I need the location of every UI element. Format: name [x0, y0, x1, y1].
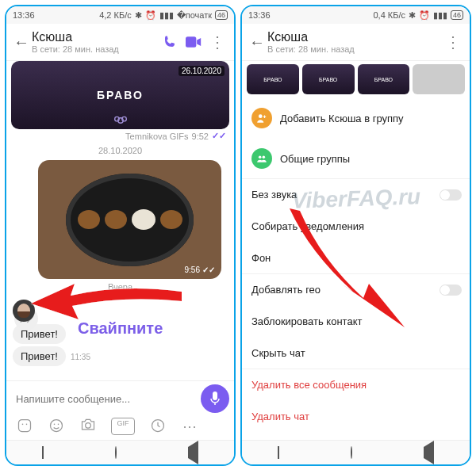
avatar[interactable] [13, 300, 35, 322]
svg-point-7 [26, 424, 28, 426]
mic-button[interactable] [201, 384, 229, 413]
status-net: 0,4 КБ/с [373, 10, 405, 20]
arrow-left-icon: ← [13, 33, 29, 52]
menu-common-groups[interactable]: Общие группы [242, 138, 470, 178]
nav-back[interactable] [188, 447, 198, 458]
read-ticks-icon: ✓✓ [202, 265, 215, 274]
emoji-icon [48, 418, 64, 434]
date-chip: Вчера [108, 282, 132, 292]
svg-point-15 [263, 156, 266, 159]
call-button[interactable] [158, 35, 182, 49]
triangle-icon [424, 441, 434, 464]
video-button[interactable] [182, 36, 205, 48]
square-icon [278, 446, 279, 459]
media-source: Temnikova GIFs [125, 132, 188, 141]
status-time: 13:36 [248, 10, 271, 20]
nav-back[interactable] [424, 447, 434, 458]
photo-message[interactable]: 9:56✓✓ [38, 160, 221, 279]
nav-recent[interactable] [278, 447, 279, 458]
circle-icon [351, 446, 352, 459]
menu-label: Добавлять гео [251, 284, 321, 296]
nav-recent[interactable] [42, 447, 44, 458]
signal-icon: ▮▮▮ [159, 10, 174, 21]
sticker-button[interactable] [16, 418, 33, 435]
phone-icon [163, 35, 177, 49]
last-seen: В сети: 28 мин. назад [32, 44, 158, 54]
shared-media[interactable]: 26.10.2020 БРАВО [11, 61, 229, 129]
header-titles[interactable]: Ксюша В сети: 28 мин. назад [267, 30, 441, 54]
signal-icon: ▮▮▮ [433, 10, 447, 21]
media-caption: Temnikova GIFs 9:52 ✓✓ [6, 129, 234, 143]
stage: 13:36 4,2 КБ/с ✱ ⏰ ▮▮▮ �початк 46 ← Ксюш… [0, 0, 476, 466]
camera-button[interactable] [79, 418, 97, 435]
emoji-button[interactable] [48, 418, 65, 435]
menu-delete-messages[interactable]: Удалить все сообщения [242, 369, 470, 400]
back-button[interactable]: ← [11, 33, 32, 52]
attach-toolbar: GIF ⋯ [6, 414, 234, 440]
input-bar [6, 380, 234, 414]
menu-collect-notif[interactable]: Собирать уведомления [242, 210, 470, 242]
menu-label: Фон [251, 252, 271, 264]
contact-menu: Добавить Ксюша в группу Общие группы Без… [242, 97, 470, 440]
menu-label: Без звука [251, 189, 297, 201]
media-date: 26.10.2020 [178, 66, 225, 76]
toggle[interactable] [440, 285, 462, 296]
message-input[interactable] [14, 392, 194, 406]
thumb[interactable] [413, 64, 465, 94]
chat-header: ← Ксюша В сети: 28 мин. назад ⋮ [6, 24, 234, 61]
camera-icon [80, 418, 96, 432]
thumb[interactable]: БРАВО [302, 64, 355, 94]
back-button[interactable]: ← [247, 33, 267, 52]
more-button[interactable]: ⋮ [205, 32, 229, 52]
android-nav [242, 440, 470, 464]
more-attach-button[interactable]: ⋯ [181, 418, 198, 435]
wifi-icon: �початк [177, 10, 212, 21]
contact-name: Ксюша [267, 30, 441, 44]
menu-label: Удалить все сообщения [251, 379, 367, 391]
svg-point-9 [54, 424, 56, 426]
menu-block-contact[interactable]: Заблокировать контакт [242, 305, 470, 337]
add-user-icon [251, 108, 272, 128]
media-title: БРАВО [97, 89, 144, 101]
phone-left: 13:36 4,2 КБ/с ✱ ⏰ ▮▮▮ �початк 46 ← Ксюш… [5, 5, 236, 466]
date-chip: 28.10.2020 [98, 146, 142, 155]
clock-icon [150, 418, 166, 434]
message-time: 11:35 [71, 353, 90, 361]
status-net: 4,2 КБ/с [99, 10, 132, 20]
svg-point-8 [51, 420, 63, 432]
read-ticks-icon: ✓✓ [212, 131, 226, 141]
status-bar: 13:36 0,4 КБ/с ✱ ⏰ ▮▮▮ 46 [242, 6, 470, 24]
menu-add-to-group[interactable]: Добавить Ксюша в группу [242, 97, 470, 138]
alarm-icon: ⏰ [419, 10, 430, 21]
svg-point-11 [86, 423, 91, 429]
menu-delete-chat[interactable]: Удалить чат [242, 400, 470, 432]
battery-badge: 46 [215, 10, 228, 20]
more-button[interactable]: ⋮ [441, 32, 465, 52]
nav-home[interactable] [351, 447, 352, 458]
menu-label: Собирать уведомления [251, 220, 364, 232]
svg-point-13 [259, 114, 263, 118]
sticker-icon [17, 418, 33, 434]
group-icon [112, 115, 129, 126]
photo-time: 9:56 [185, 265, 200, 274]
chat-header: ← Ксюша В сети: 28 мин. назад ⋮ [242, 24, 470, 61]
arrow-left-icon: ← [249, 33, 265, 52]
thumb[interactable]: БРАВО [247, 64, 299, 94]
toggle[interactable] [440, 189, 462, 201]
menu-geo[interactable]: Добавлять гео [242, 273, 470, 305]
alarm-icon: ⏰ [145, 10, 156, 21]
watermark: ViberFAQ.ru [291, 184, 420, 214]
menu-label: Скрыть чат [251, 347, 305, 359]
message-bubble[interactable]: Привет! [13, 346, 66, 366]
android-nav [6, 440, 234, 464]
header-titles[interactable]: Ксюша В сети: 28 мин. назад [32, 30, 158, 54]
battery-badge: 46 [451, 10, 463, 20]
history-button[interactable] [149, 418, 167, 435]
media-thumbs: БРАВО БРАВО БРАВО [242, 61, 470, 97]
thumb[interactable]: БРАВО [358, 64, 410, 94]
menu-background[interactable]: Фон [242, 242, 470, 273]
menu-label: Удалить чат [251, 411, 309, 422]
gif-button[interactable]: GIF [111, 418, 135, 435]
nav-home[interactable] [115, 447, 117, 458]
menu-hide-chat[interactable]: Скрыть чат [242, 337, 470, 369]
